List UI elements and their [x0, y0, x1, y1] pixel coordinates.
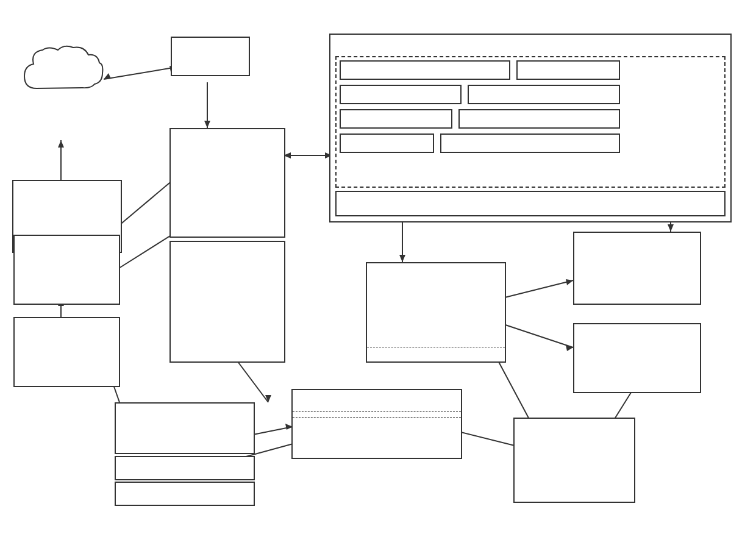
svg-marker-5: [104, 73, 111, 79]
decomposable-transformer-box: [573, 323, 701, 393]
svg-marker-2: [58, 140, 64, 148]
architecture-diagram: [0, 0, 756, 548]
contract-manipulation-box: [340, 109, 452, 129]
svg-marker-28: [566, 279, 573, 285]
svg-marker-30: [566, 345, 573, 351]
numeric-analysis-box: [340, 85, 462, 104]
graph-data-store-label: [293, 411, 461, 418]
general-transformer-box: [573, 232, 701, 305]
svg-marker-42: [668, 224, 674, 232]
multidimensional-box: [115, 402, 255, 454]
svg-line-13: [119, 232, 177, 268]
svg-line-29: [500, 323, 573, 347]
deep-learning-box: [468, 85, 620, 104]
math-libraries-box: [115, 482, 255, 506]
distributive-scripting-box: [115, 456, 255, 480]
svg-marker-7: [204, 121, 210, 128]
monte-carlo-risk-box: [516, 60, 620, 80]
svg-marker-40: [399, 255, 405, 262]
quant-approach-box: [440, 133, 620, 153]
client-interface-box: [171, 37, 250, 76]
information-theory-box: [335, 191, 726, 216]
money-manipulation-box: [458, 109, 620, 129]
svg-line-3: [104, 67, 177, 79]
plugins-box: [169, 241, 285, 363]
svg-line-27: [500, 280, 573, 299]
graphstack-box: [291, 389, 462, 459]
observation-box: [13, 235, 120, 305]
directed-computational-box: [366, 262, 506, 363]
financial-markets-box: [340, 60, 510, 80]
svg-marker-23: [265, 395, 271, 402]
connector-module-box: [169, 128, 285, 238]
svg-line-8: [119, 177, 177, 226]
automated-planning-box: [329, 34, 732, 222]
distributed-data-label: [367, 347, 505, 352]
action-outcome-box: [13, 317, 120, 387]
monte-carlo-search-box: [340, 133, 434, 153]
computational-clustering-box: [513, 418, 635, 503]
cloud-node: [18, 43, 104, 104]
